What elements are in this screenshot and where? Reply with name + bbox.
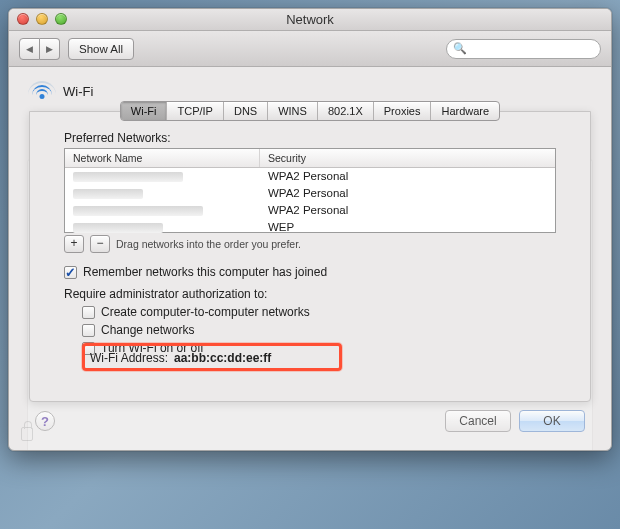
traffic-lights: [17, 13, 67, 25]
drag-hint: Drag networks into the order you prefer.: [116, 238, 301, 250]
zoom-window-button[interactable]: [55, 13, 67, 25]
wifi-address-label: Wi-Fi Address:: [90, 351, 168, 365]
column-header-security[interactable]: Security: [260, 149, 555, 167]
forward-icon: ▶: [46, 44, 53, 54]
tab-wins[interactable]: WINS: [268, 102, 318, 120]
remember-networks-label: Remember networks this computer has join…: [83, 263, 327, 281]
redacted-network-name: [73, 206, 203, 216]
table-row[interactable]: WEP: [65, 219, 555, 236]
search-field[interactable]: 🔍: [446, 39, 601, 59]
tab-bar: Wi-Fi TCP/IP DNS WINS 802.1X Proxies Har…: [30, 101, 590, 121]
content-area: Wi-Fi Wi-Fi TCP/IP DNS WINS 802.1X Proxi…: [9, 67, 611, 450]
remember-networks-checkbox[interactable]: [64, 266, 77, 279]
security-cell: WPA2 Personal: [260, 168, 555, 185]
table-row[interactable]: WPA2 Personal: [65, 185, 555, 202]
tab-8021x[interactable]: 802.1X: [318, 102, 374, 120]
search-icon: 🔍: [453, 42, 467, 55]
redacted-network-name: [73, 172, 183, 182]
column-header-name[interactable]: Network Name: [65, 149, 260, 167]
tab-hardware[interactable]: Hardware: [431, 102, 499, 120]
tab-proxies[interactable]: Proxies: [374, 102, 432, 120]
forward-button[interactable]: ▶: [40, 38, 60, 60]
titlebar[interactable]: Network: [9, 9, 611, 31]
add-network-button[interactable]: +: [64, 235, 84, 253]
preferred-networks-table[interactable]: Network Name Security WPA2 Personal WPA2…: [64, 148, 556, 233]
require-admin-label: Require administrator authorization to:: [64, 285, 267, 303]
auth-change-label: Change networks: [101, 321, 194, 339]
auth-create-label: Create computer-to-computer networks: [101, 303, 310, 321]
security-cell: WPA2 Personal: [260, 202, 555, 219]
auth-create-checkbox[interactable]: [82, 306, 95, 319]
auth-change-checkbox[interactable]: [82, 324, 95, 337]
tab-dns[interactable]: DNS: [224, 102, 268, 120]
show-all-button[interactable]: Show All: [68, 38, 134, 60]
advanced-sheet: Wi-Fi TCP/IP DNS WINS 802.1X Proxies Har…: [29, 111, 591, 402]
tab-tcpip[interactable]: TCP/IP: [167, 102, 223, 120]
table-row[interactable]: WPA2 Personal: [65, 168, 555, 185]
back-icon: ◀: [26, 44, 33, 54]
security-cell: WEP: [260, 219, 555, 236]
preferred-networks-label: Preferred Networks:: [64, 131, 556, 145]
redacted-network-name: [73, 223, 163, 233]
toolbar: ◀ ▶ Show All 🔍: [9, 31, 611, 67]
search-input[interactable]: [471, 43, 594, 55]
lock-row-dimmed: [21, 424, 599, 444]
remove-network-button[interactable]: −: [90, 235, 110, 253]
network-preferences-window: Network ◀ ▶ Show All 🔍 Wi-Fi Wi-Fi TCP/I…: [8, 8, 612, 451]
nav-segmented-control: ◀ ▶: [19, 38, 60, 60]
minimize-window-button[interactable]: [36, 13, 48, 25]
tab-wifi[interactable]: Wi-Fi: [121, 102, 168, 120]
back-button[interactable]: ◀: [19, 38, 40, 60]
lock-icon: [21, 427, 33, 441]
wifi-address-value: aa:bb:cc:dd:ee:ff: [174, 351, 271, 365]
window-title: Network: [9, 12, 611, 27]
close-window-button[interactable]: [17, 13, 29, 25]
wifi-header-label: Wi-Fi: [63, 84, 93, 99]
redacted-network-name: [73, 189, 143, 199]
wifi-address-row: Wi-Fi Address: aa:bb:cc:dd:ee:ff: [90, 351, 271, 365]
wifi-icon: [29, 81, 55, 101]
security-cell: WPA2 Personal: [260, 185, 555, 202]
table-row[interactable]: WPA2 Personal: [65, 202, 555, 219]
